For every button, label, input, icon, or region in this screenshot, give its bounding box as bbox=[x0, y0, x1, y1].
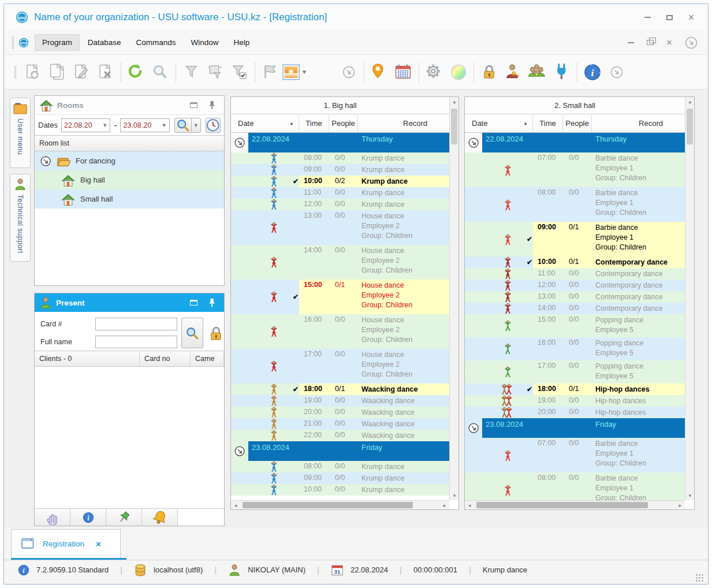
card-no-column-header[interactable]: Card no bbox=[140, 351, 191, 366]
new-record-button[interactable] bbox=[21, 59, 45, 85]
mdi-minimize-button[interactable] bbox=[628, 42, 634, 43]
full-name-input[interactable] bbox=[95, 336, 177, 348]
session-row[interactable]: 21:000/0Waacking dance bbox=[231, 418, 449, 430]
hand-button[interactable] bbox=[35, 509, 70, 526]
session-row[interactable]: 09:000/0Krump dance bbox=[231, 472, 449, 484]
scroll-up-arrow[interactable]: ▲ bbox=[685, 97, 695, 106]
session-row[interactable]: 15:000/0Popping danceEmployee 5 bbox=[465, 314, 685, 337]
color-palette-button[interactable] bbox=[446, 59, 471, 85]
horizontal-scrollbar[interactable]: ◄► bbox=[465, 500, 685, 509]
mdi-menu-icon[interactable] bbox=[685, 36, 698, 49]
session-row[interactable]: ✔10:000/2Krump dance bbox=[231, 176, 449, 187]
toolbar-drag-handle[interactable] bbox=[12, 36, 14, 49]
session-row[interactable]: 13:000/0Contemporary dance bbox=[465, 291, 685, 303]
vertical-scrollbar[interactable]: ▲▼ bbox=[449, 97, 458, 500]
session-row[interactable]: 13:000/0House danceEmployee 2Group: Chil… bbox=[231, 210, 449, 245]
toolbar-drag-handle[interactable] bbox=[14, 66, 16, 79]
collapse-icon[interactable] bbox=[234, 446, 245, 456]
user-group-button[interactable] bbox=[525, 59, 550, 85]
scroll-down-arrow[interactable]: ▼ bbox=[450, 491, 459, 500]
scroll-right-arrow[interactable]: ► bbox=[676, 501, 685, 510]
pin-icon[interactable] bbox=[207, 100, 217, 110]
session-row[interactable]: 12:000/0Krump dance bbox=[231, 199, 449, 210]
delete-record-button[interactable] bbox=[94, 59, 118, 85]
panel-restore-icon[interactable] bbox=[190, 300, 197, 306]
session-row[interactable]: ✔09:000/1Barbie danceEmployee 1Group: Ch… bbox=[465, 222, 685, 256]
session-row[interactable]: 17:000/0House danceEmployee 2Group: Chil… bbox=[231, 349, 449, 384]
collapse-icon[interactable] bbox=[40, 156, 51, 166]
filter-apply-button[interactable] bbox=[228, 59, 252, 85]
scroll-left-arrow[interactable]: ◄ bbox=[231, 501, 240, 510]
refresh-button[interactable] bbox=[124, 59, 148, 85]
vertical-scroll-thumb[interactable] bbox=[451, 109, 457, 144]
collapse-icon[interactable] bbox=[234, 137, 245, 148]
came-column-header[interactable]: Came bbox=[191, 351, 224, 366]
flag-button[interactable] bbox=[258, 59, 282, 85]
session-row[interactable]: 08:000/0Krump dance bbox=[231, 461, 449, 472]
record-column-header[interactable]: Record bbox=[592, 114, 685, 132]
time-button[interactable] bbox=[206, 118, 221, 133]
calendar-button[interactable] bbox=[392, 59, 416, 85]
filter-button[interactable] bbox=[179, 59, 203, 85]
collapse-icon[interactable] bbox=[468, 423, 479, 433]
horizontal-scrollbar[interactable]: ◄► bbox=[231, 500, 449, 509]
session-row[interactable]: 16:000/0House danceEmployee 2Group: Chil… bbox=[231, 314, 449, 349]
user-key-button[interactable] bbox=[501, 59, 525, 85]
vertical-scroll-thumb[interactable] bbox=[687, 109, 693, 144]
info-button[interactable]: i bbox=[580, 59, 605, 85]
time-column-header[interactable]: Time bbox=[533, 114, 563, 132]
horizontal-scroll-thumb[interactable] bbox=[476, 502, 648, 508]
session-row[interactable]: 10:000/0Krump dance bbox=[231, 484, 449, 496]
scroll-right-arrow[interactable]: ► bbox=[440, 501, 449, 510]
search-button[interactable] bbox=[148, 59, 173, 85]
bell-button[interactable] bbox=[142, 509, 178, 526]
tab-registration[interactable]: Registration × bbox=[11, 529, 121, 558]
session-row[interactable]: 19:000/0Hip-hop dances bbox=[465, 395, 685, 407]
minimize-button[interactable] bbox=[639, 10, 656, 25]
sidebar-tab-user-menu[interactable]: User menu bbox=[10, 98, 31, 168]
plugin-button[interactable] bbox=[550, 59, 574, 85]
close-button[interactable]: × bbox=[683, 10, 700, 25]
session-row[interactable]: ✔15:000/1House danceEmployee 2Group: Chi… bbox=[231, 280, 449, 314]
scroll-left-arrow[interactable]: ◄ bbox=[465, 501, 474, 510]
vertical-scrollbar[interactable]: ▲▼ bbox=[685, 97, 694, 500]
sidebar-tab-technical-support[interactable]: Technical support bbox=[10, 174, 31, 262]
filter-columns-button[interactable] bbox=[203, 59, 228, 85]
session-row[interactable]: 14:000/0House danceEmployee 2Group: Chil… bbox=[231, 245, 449, 280]
menu-item-database[interactable]: Database bbox=[81, 35, 128, 50]
edit-record-button[interactable] bbox=[69, 59, 94, 85]
search-rooms-button[interactable] bbox=[174, 118, 192, 133]
people-column-header[interactable]: People bbox=[563, 114, 592, 132]
session-row[interactable]: 08:000/0Barbie danceEmployee 1Group: Chi… bbox=[465, 472, 685, 500]
session-row[interactable]: ✔18:000/1Waacking dance bbox=[231, 384, 449, 395]
room-tree-item[interactable]: For dancing bbox=[35, 151, 224, 170]
overflow-button[interactable] bbox=[605, 59, 629, 85]
pushpin-button[interactable] bbox=[106, 509, 142, 526]
mdi-restore-button[interactable] bbox=[647, 40, 654, 45]
date-column-header[interactable]: Date▲ bbox=[465, 114, 533, 132]
session-row[interactable]: 22:000/0Waacking dance bbox=[231, 430, 449, 441]
date-column-header[interactable]: Date▲ bbox=[231, 114, 299, 132]
session-row[interactable]: 07:000/0Barbie danceEmployee 1Group: Chi… bbox=[465, 152, 685, 187]
search-options-dropdown[interactable]: ▼ bbox=[192, 118, 201, 133]
session-row[interactable]: 14:000/0Contemporary dance bbox=[465, 303, 685, 314]
mdi-close-button[interactable]: × bbox=[666, 38, 672, 47]
menu-item-commands[interactable]: Commands bbox=[129, 35, 183, 50]
search-client-button[interactable] bbox=[181, 318, 203, 348]
maximize-button[interactable] bbox=[661, 10, 678, 25]
record-column-header[interactable]: Record bbox=[358, 114, 449, 132]
panel-restore-icon[interactable] bbox=[190, 102, 197, 108]
date-from-dropdown[interactable]: 22.08.20 ▼ bbox=[61, 118, 110, 132]
session-row[interactable]: 11:000/0Contemporary dance bbox=[465, 268, 685, 280]
room-list-header[interactable]: Room list bbox=[35, 135, 224, 151]
menu-item-help[interactable]: Help bbox=[227, 35, 257, 50]
scroll-down-arrow[interactable]: ▼ bbox=[685, 491, 695, 500]
room-tree-item[interactable]: Small hall bbox=[35, 189, 224, 209]
date-group-row[interactable]: 23.08.2024Friday bbox=[465, 418, 685, 438]
date-group-row[interactable]: 22.08.2024Thursday bbox=[231, 133, 449, 152]
date-group-row[interactable]: 23.08.2024Friday bbox=[231, 441, 449, 461]
session-row[interactable]: 07:000/0Barbie danceEmployee 1Group: Chi… bbox=[465, 438, 685, 472]
lock-button[interactable] bbox=[477, 59, 501, 85]
session-row[interactable]: 16:000/0Popping danceEmployee 5 bbox=[465, 337, 685, 360]
people-column-header[interactable]: People bbox=[329, 114, 358, 132]
